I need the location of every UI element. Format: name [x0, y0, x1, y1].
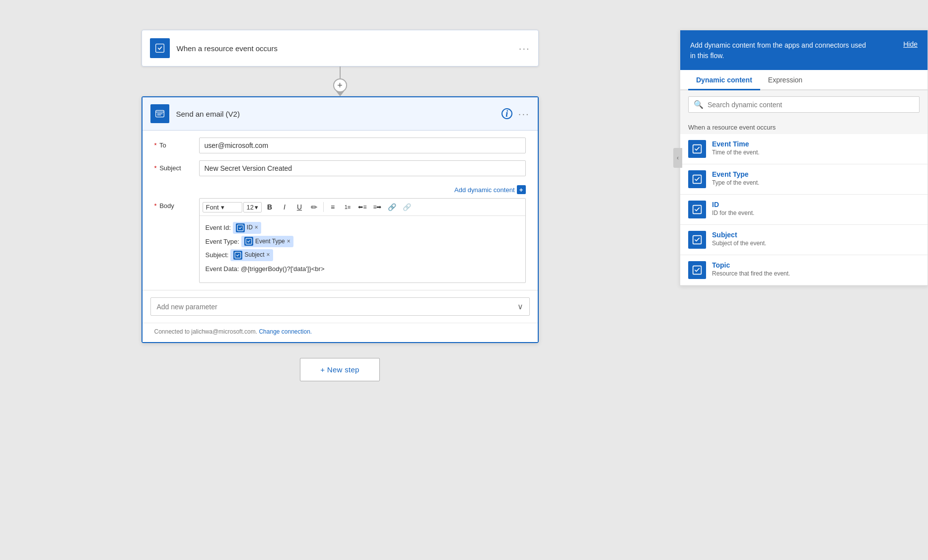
info-icon[interactable]: i [501, 108, 512, 119]
event-type-panel-text: Event Type Type of the event. [712, 170, 759, 186]
topic-panel-desc: Resource that fired the event. [712, 270, 790, 277]
action-header-icons: i ··· [501, 108, 530, 120]
link-button[interactable]: 🔗 [385, 201, 399, 213]
event-time-text: Event Time Time of the event. [712, 140, 760, 156]
form-body: * To * Subject Add dynamic con [143, 131, 538, 290]
subject-tag-close[interactable]: × [267, 250, 270, 261]
add-dynamic-content-button[interactable]: Add dynamic content + [454, 185, 525, 194]
new-step-button[interactable]: + New step [300, 358, 379, 381]
search-input[interactable] [708, 101, 914, 109]
add-dynamic-content-label: Add dynamic content [454, 186, 514, 194]
subject-tag[interactable]: Subject × [230, 249, 273, 261]
add-parameter-button[interactable]: Add new parameter ∨ [150, 297, 530, 316]
dynamic-item-event-time[interactable]: Event Time Time of the event. [680, 134, 928, 164]
subject-tag-label: Subject [244, 250, 264, 261]
font-chevron-icon: ▾ [221, 204, 224, 211]
add-parameter-label: Add new parameter [157, 303, 217, 311]
event-type-tag-label: Event Type [255, 236, 285, 247]
id-tag[interactable]: ID × [233, 222, 261, 234]
to-input[interactable] [199, 138, 526, 153]
event-time-desc: Time of the event. [712, 149, 760, 156]
add-step-button[interactable]: + [333, 78, 347, 92]
body-row: * Body Font ▾ 12 ▾ [154, 198, 526, 283]
event-type-tag[interactable]: Event Type × [241, 236, 293, 248]
dynamic-content-row: Add dynamic content + [154, 183, 526, 198]
connector-line [340, 67, 341, 78]
to-row: * To [154, 138, 526, 153]
size-label: 12 [247, 204, 254, 211]
add-dynamic-badge: + [517, 185, 526, 194]
font-label: Font [206, 204, 219, 211]
size-chevron-icon: ▾ [255, 204, 258, 211]
add-parameter-chevron-icon: ∨ [517, 302, 523, 311]
panel-hide-button[interactable]: Hide [903, 40, 918, 48]
action-card-header: Send an email (V2) i ··· [143, 97, 538, 131]
topic-panel-text: Topic Resource that fired the event. [712, 261, 790, 277]
subject-panel-icon [688, 231, 706, 249]
bullet-list-button[interactable]: ≡ [326, 201, 340, 213]
tab-expression[interactable]: Expression [760, 70, 810, 90]
align-left-button[interactable]: ⬅≡ [356, 201, 369, 213]
dynamic-item-id[interactable]: ID ID for the event. [680, 195, 928, 225]
panel-tabs: Dynamic content Expression [680, 70, 928, 90]
tab-dynamic-content[interactable]: Dynamic content [688, 70, 760, 90]
svg-rect-0 [155, 44, 164, 53]
unlink-button[interactable]: 🔗 [400, 201, 414, 213]
body-label: * Body [154, 198, 199, 210]
highlight-button[interactable]: ✏ [307, 201, 321, 213]
dynamic-panel: ‹ Add dynamic content from the apps and … [680, 30, 928, 286]
body-line-4: Event Data: @{triggerBody()?['data']}<br… [206, 263, 519, 275]
action-icon [150, 104, 169, 123]
event-type-tag-close[interactable]: × [287, 236, 290, 247]
numbered-list-button[interactable]: 1≡ [341, 201, 355, 213]
panel-collapse-handle[interactable]: ‹ [673, 148, 682, 168]
body-required: * [154, 202, 157, 210]
trigger-card: When a resource event occurs ··· [142, 30, 539, 67]
subject-input[interactable] [199, 160, 526, 176]
search-icon: 🔍 [694, 100, 704, 109]
body-line-1: Event Id: ID × [206, 222, 519, 234]
id-panel-text: ID ID for the event. [712, 201, 754, 216]
dynamic-item-subject[interactable]: Subject Subject of the event. [680, 225, 928, 255]
change-connection-link[interactable]: Change connection. [259, 328, 312, 335]
italic-button[interactable]: I [278, 201, 291, 213]
event-time-icon [688, 140, 706, 158]
action-title: Send an email (V2) [176, 110, 501, 118]
svg-rect-4 [235, 252, 241, 258]
align-right-button[interactable]: ≡➡ [370, 201, 384, 213]
connection-info: Connected to jalichwa@microsoft.com. Cha… [143, 323, 538, 342]
bold-button[interactable]: B [263, 201, 277, 213]
subject-row: * Subject [154, 160, 526, 176]
trigger-title: When a resource event occurs [177, 44, 519, 53]
topic-panel-title: Topic [712, 261, 790, 269]
size-select[interactable]: 12 ▾ [243, 202, 262, 212]
to-required: * [154, 141, 157, 149]
trigger-menu-button[interactable]: ··· [519, 43, 530, 54]
dynamic-items-list: Event Time Time of the event. Event Type… [680, 134, 928, 285]
body-editor: Font ▾ 12 ▾ B I U ✏ ≡ [199, 198, 526, 283]
dynamic-item-topic[interactable]: Topic Resource that fired the event. [680, 255, 928, 285]
subject-tag-icon [233, 251, 242, 260]
action-menu-button[interactable]: ··· [518, 108, 530, 120]
subject-panel-title: Subject [712, 231, 766, 239]
id-panel-title: ID [712, 201, 754, 209]
id-panel-desc: ID for the event. [712, 210, 754, 216]
dynamic-item-event-type[interactable]: Event Type Type of the event. [680, 164, 928, 195]
id-tag-close[interactable]: × [255, 222, 258, 233]
subject-panel-desc: Subject of the event. [712, 240, 766, 247]
id-panel-icon [688, 201, 706, 218]
event-type-prefix: Event Type: [206, 236, 239, 247]
panel-header: Add dynamic content from the apps and co… [680, 30, 928, 70]
id-tag-label: ID [247, 222, 253, 233]
font-select[interactable]: Font ▾ [203, 202, 242, 212]
event-type-panel-title: Event Type [712, 170, 759, 178]
body-line-3: Subject: Subject × [206, 249, 519, 261]
connection-text: Connected to jalichwa@microsoft.com. [154, 328, 258, 335]
underline-button[interactable]: U [292, 201, 306, 213]
event-type-tag-icon [244, 237, 253, 246]
body-content[interactable]: Event Id: ID × [200, 216, 525, 282]
panel-search: 🔍 [680, 90, 928, 119]
body-toolbar: Font ▾ 12 ▾ B I U ✏ ≡ [200, 199, 525, 216]
id-tag-icon [236, 223, 245, 232]
toolbar-divider-1 [323, 202, 324, 212]
